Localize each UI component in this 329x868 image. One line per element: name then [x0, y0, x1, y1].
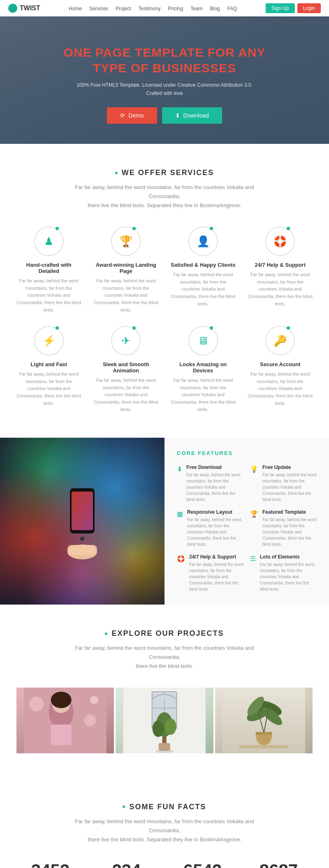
- logo-icon: [8, 4, 17, 13]
- signup-button[interactable]: Sign Up: [266, 3, 295, 13]
- service-item: 🏆 Award-winning Landing Page Far far awa…: [94, 226, 159, 314]
- hero-section: ONE PAGE TEMPLATE FOR ANY TYPE OF BUSINE…: [0, 16, 329, 144]
- service-item: 🔑 Secure Account Far far away, behind th…: [248, 326, 313, 413]
- brand-logo[interactable]: TWIST: [8, 4, 40, 13]
- svg-rect-10: [51, 725, 72, 745]
- service-icon-wrap: 🏆: [111, 226, 141, 256]
- demo-button[interactable]: ⟳ Demo: [107, 107, 157, 124]
- nav-services[interactable]: Services: [89, 6, 108, 12]
- project-item-1[interactable]: [16, 688, 114, 753]
- feature-title: Free Download: [186, 464, 243, 470]
- service-item: ⚡ Light and Fast Far far away, behind th…: [16, 326, 81, 413]
- monitor-icon: 🖥: [198, 335, 209, 347]
- svg-rect-5: [67, 545, 97, 555]
- hero-content: ONE PAGE TEMPLATE FOR ANY TYPE OF BUSINE…: [63, 45, 265, 123]
- svg-point-3: [80, 537, 84, 541]
- svg-rect-33: [255, 732, 272, 734]
- service-desc: Far far away, behind the word mountains,…: [16, 277, 81, 314]
- feature-title: Featured Template: [262, 509, 317, 515]
- trophy-feature-icon: 🏆: [250, 510, 258, 547]
- fact-item-coffee: 3452 CUPS OF COFFEE: [16, 861, 84, 868]
- trophy-icon: 🏆: [119, 235, 132, 248]
- bulb-icon: 💡: [250, 465, 258, 503]
- project-item-2[interactable]: [116, 688, 213, 753]
- feature-item: 💡 Free Update Far far away, behind the w…: [250, 464, 317, 503]
- service-icon-wrap: 🔑: [265, 326, 295, 356]
- service-item: 👤 Satisfied & Happy Clients Far far away…: [171, 226, 236, 314]
- facts-header: SOME FUN FACTS Far far away, behind the …: [16, 803, 313, 844]
- nav-faq[interactable]: FAQ: [227, 6, 237, 12]
- project-item-3[interactable]: [215, 688, 313, 753]
- service-item: ✈ Sleek and Smooth Animation Far far awa…: [94, 326, 159, 413]
- phone-display: [0, 438, 164, 605]
- service-item: 🛟 24/7 Help & Support Far far away, behi…: [248, 226, 313, 314]
- help-icon: 🛟: [273, 235, 287, 248]
- svg-point-22: [165, 718, 176, 735]
- service-title: Satisfied & Happy Clients: [171, 262, 236, 268]
- feature-text: Free Download Far far away, behind the w…: [186, 464, 243, 503]
- responsive-icon: ▦: [177, 510, 183, 547]
- login-button[interactable]: Login: [297, 3, 321, 13]
- service-title: Sleek and Smooth Animation: [94, 361, 159, 374]
- nav-team[interactable]: Team: [190, 6, 202, 12]
- service-desc: Far far away, behind the word mountains,…: [248, 371, 313, 407]
- facts-section: SOME FUN FACTS Far far away, behind the …: [0, 778, 329, 868]
- project-photo-3: [215, 688, 313, 753]
- service-title: Award-winning Landing Page: [94, 262, 159, 274]
- service-desc: Far far away, behind the word mountains,…: [171, 377, 236, 413]
- brand-name: TWIST: [20, 5, 40, 12]
- feature-title: Free Update: [262, 464, 317, 470]
- nav-testimony[interactable]: Testimony: [138, 6, 160, 12]
- feature-desc: Far far away, behind the word mountains,…: [186, 472, 243, 503]
- fact-item-projects: 6542 PROJECTS: [169, 861, 236, 868]
- download-feature-icon: ⬇: [177, 465, 182, 503]
- phone-in-hand-graphic: [58, 480, 107, 562]
- feature-item: 🏆 Featured Template Far far away, behind…: [250, 509, 317, 547]
- feature-text: Free Update Far far away, behind the wor…: [262, 464, 317, 503]
- feature-desc: Far far away, behind the word mountains,…: [189, 561, 243, 592]
- service-icon-wrap: 🖥: [188, 326, 218, 356]
- feature-title: 24/7 Help & Support: [189, 554, 243, 560]
- services-heading: WE OFFER SERVICES: [16, 169, 313, 177]
- feature-text: Responsive Layout Far far away, behind t…: [187, 509, 243, 547]
- download-icon: ⬇: [175, 112, 180, 119]
- service-title: Hand-crafted with Detailed: [16, 262, 81, 274]
- fact-item-finished: 8687 FINISHED PROJECTS: [245, 861, 313, 868]
- nav-pricing[interactable]: Pricing: [168, 6, 183, 12]
- nav-blog[interactable]: Blog: [210, 6, 220, 12]
- feature-desc: Far far away, behind the word mountains,…: [260, 561, 317, 592]
- services-subtitle: Far far away, behind the word mountains,…: [66, 183, 263, 210]
- projects-heading: EXPLORE OUR PROJECTS: [16, 629, 313, 638]
- service-desc: Far far away, behind the word mountains,…: [171, 271, 236, 307]
- service-title: 24/7 Help & Support: [248, 262, 313, 268]
- core-section: CORE FEATURES ⬇ Free Download Far far aw…: [0, 438, 329, 605]
- feature-desc: Far far away, behind the word mountains,…: [262, 517, 317, 547]
- refresh-icon: ⟳: [120, 112, 125, 119]
- hero-title-line1: ONE PAGE TEMPLATE FOR ANY: [63, 46, 265, 59]
- user-icon: 👤: [197, 235, 210, 248]
- facts-subtitle: Far far away, behind the word mountains,…: [66, 817, 263, 844]
- core-heading: CORE FEATURES: [177, 450, 317, 456]
- nav-links: Home Services Project Testimony Pricing …: [69, 5, 237, 12]
- services-section: WE OFFER SERVICES Far far away, behind t…: [0, 144, 329, 438]
- key-icon: 🔑: [273, 335, 287, 347]
- feature-text: Lots of Elements Far far away, behind th…: [260, 554, 317, 592]
- svg-point-21: [153, 720, 164, 737]
- svg-point-12: [84, 715, 96, 726]
- facts-grid: 3452 CUPS OF COFFEE 234 CLIENT 6542 PROJ…: [16, 861, 313, 868]
- svg-rect-2: [72, 492, 93, 530]
- services-grid: ♟ Hand-crafted with Detailed Far far awa…: [16, 226, 313, 413]
- service-desc: Far far away, behind the word mountains,…: [94, 277, 159, 314]
- projects-grid: [16, 688, 313, 753]
- svg-rect-23: [159, 743, 170, 750]
- nav-project[interactable]: Project: [116, 6, 131, 12]
- service-icon-wrap: ⚡: [34, 326, 64, 356]
- service-desc: Far far away, behind the word mountains,…: [94, 377, 159, 413]
- feature-item: ▦ Responsive Layout Far far away, behind…: [177, 509, 243, 547]
- lightning-icon: ⚡: [42, 335, 56, 347]
- nav-home[interactable]: Home: [69, 6, 82, 12]
- download-button[interactable]: ⬇ Download: [162, 107, 222, 124]
- hero-subtitle: 100% Free HTML5 Template. Licensed under…: [63, 81, 265, 97]
- hero-buttons: ⟳ Demo ⬇ Download: [63, 107, 265, 124]
- service-title: Secure Account: [248, 361, 313, 367]
